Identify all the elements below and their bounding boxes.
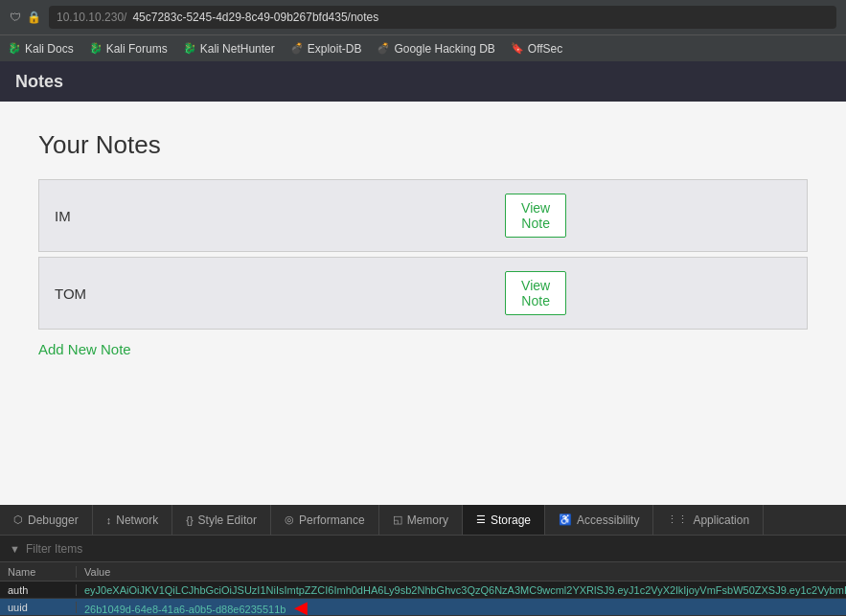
devtools-tab-storage[interactable]: ☰ Storage — [463, 505, 545, 535]
note-action-tom: View Note — [490, 258, 582, 330]
devtools-tab-style-editor[interactable]: {} Style Editor — [172, 505, 271, 535]
note-name-im: IM — [39, 180, 491, 252]
bookmark-kali-nethunter[interactable]: 🐉 Kali NetHunter — [183, 42, 275, 56]
devtools-tab-debugger[interactable]: ⬡ Debugger — [0, 505, 93, 535]
devtools-tab-network[interactable]: ↕ Network — [93, 505, 173, 535]
cell-value-uuid: 26b1049d-64e8-41a6-a0b5-d88e6235511b ◀ — [77, 597, 846, 617]
notes-table: IM View Note TOM View Note — [38, 179, 808, 330]
app-header-title: Notes — [15, 72, 63, 92]
bookmark-label: Google Hacking DB — [394, 42, 494, 56]
kali-docs-icon: 🐉 — [8, 42, 21, 55]
devtools-tab-accessibility[interactable]: ♿ Accessibility — [545, 505, 653, 535]
bookmark-offsec[interactable]: 🔖 OffSec — [511, 42, 562, 56]
column-name-header: Name — [0, 566, 77, 578]
bookmarks-bar: 🐉 Kali Docs 🐉 Kali Forums 🐉 Kali NetHunt… — [0, 34, 846, 61]
filter-icon: ▼ — [10, 543, 20, 555]
network-tab-label: Network — [116, 513, 158, 527]
performance-tab-label: Performance — [299, 513, 365, 527]
note-name-tom: TOM — [39, 258, 491, 330]
note-action-im: View Note — [490, 180, 582, 252]
add-new-note-link[interactable]: Add New Note — [38, 341, 131, 357]
application-icon: ⋮⋮ — [667, 513, 688, 526]
bookmark-google-hacking-db[interactable]: 💣 Google Hacking DB — [377, 42, 494, 56]
google-hacking-icon: 💣 — [377, 42, 390, 55]
view-note-button-tom[interactable]: View Note — [505, 271, 566, 315]
accessibility-icon: ♿ — [559, 513, 572, 526]
view-note-button-im[interactable]: View Note — [505, 194, 566, 238]
bookmark-label: Kali NetHunter — [200, 42, 275, 56]
filter-input[interactable] — [26, 542, 141, 556]
devtools-panel: ⬡ Debugger ↕ Network {} Style Editor ◎ P… — [0, 505, 846, 616]
devtools-tab-application[interactable]: ⋮⋮ Application — [653, 505, 764, 535]
note-row-tom: TOM View Note — [39, 258, 808, 330]
bookmark-exploit-db[interactable]: 💣 Exploit-DB — [290, 42, 362, 56]
table-header: Name Value — [0, 562, 846, 582]
bookmark-kali-docs[interactable]: 🐉 Kali Docs — [8, 42, 74, 56]
debugger-icon: ⬡ — [13, 513, 23, 526]
kali-nethunter-icon: 🐉 — [183, 42, 196, 55]
cell-name-uuid: uuid — [0, 602, 77, 613]
memory-icon: ◱ — [393, 513, 402, 526]
lock-icon: 🔒 — [27, 11, 41, 24]
performance-icon: ◎ — [285, 513, 294, 526]
red-arrow-indicator: ◀ — [294, 598, 308, 617]
shield-icon: 🛡 — [10, 11, 21, 24]
offsec-icon: 🔖 — [511, 42, 524, 55]
storage-table: Name Value auth eyJ0eXAiOiJKV1QiLCJhbGci… — [0, 562, 846, 616]
debugger-tab-label: Debugger — [28, 513, 79, 527]
bookmark-label: OffSec — [528, 42, 562, 56]
devtools-tabs: ⬡ Debugger ↕ Network {} Style Editor ◎ P… — [0, 505, 846, 536]
app-header: Notes — [0, 61, 846, 102]
column-value-header: Value — [77, 566, 118, 578]
devtools-tab-memory[interactable]: ◱ Memory — [379, 505, 463, 535]
page-title: Your Notes — [38, 130, 808, 160]
storage-tab-label: Storage — [491, 513, 531, 527]
devtools-tab-performance[interactable]: ◎ Performance — [271, 505, 379, 535]
memory-tab-label: Memory — [407, 513, 448, 527]
storage-icon: ☰ — [476, 513, 486, 526]
cell-name-auth: auth — [0, 584, 77, 596]
table-row-uuid[interactable]: uuid 26b1049d-64e8-41a6-a0b5-d88e6235511… — [0, 599, 846, 616]
kali-forums-icon: 🐉 — [89, 42, 103, 55]
style-editor-tab-label: Style Editor — [198, 513, 257, 527]
cell-value-auth: eyJ0eXAiOiJKV1QiLCJhbGciOiJSUzI1NiIsImtp… — [77, 584, 846, 596]
network-icon: ↕ — [106, 514, 112, 526]
bookmark-label: Exploit-DB — [308, 42, 362, 56]
address-url-base: 10.10.10.230/ — [57, 11, 126, 24]
address-bar[interactable]: 10.10.10.230/45c7283c-5245-4d29-8c49-09b… — [49, 6, 836, 29]
style-editor-icon: {} — [186, 514, 193, 526]
accessibility-tab-label: Accessibility — [577, 513, 639, 527]
browser-bar: 🛡 🔒 10.10.10.230/45c7283c-5245-4d29-8c49… — [0, 0, 846, 34]
browser-icons: 🛡 🔒 — [10, 11, 41, 24]
bookmark-label: Kali Docs — [25, 42, 74, 56]
application-tab-label: Application — [693, 513, 749, 527]
exploit-db-icon: 💣 — [290, 42, 304, 55]
devtools-toolbar: ▼ — [0, 536, 846, 562]
address-url-path: 45c7283c-5245-4d29-8c49-09b267bfd435/not… — [132, 11, 378, 24]
bookmark-label: Kali Forums — [106, 42, 168, 56]
bookmark-kali-forums[interactable]: 🐉 Kali Forums — [89, 42, 168, 56]
note-row-im: IM View Note — [39, 180, 808, 252]
main-content: Your Notes IM View Note TOM View Note Ad… — [0, 102, 846, 505]
